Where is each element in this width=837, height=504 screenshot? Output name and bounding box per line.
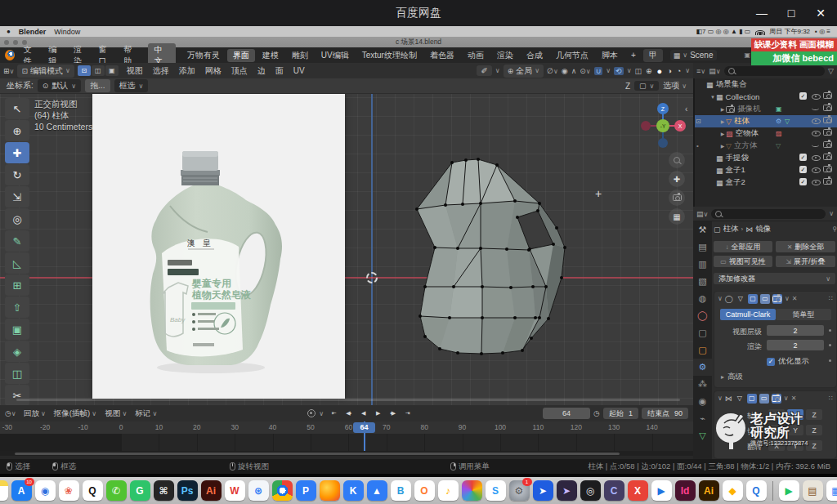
workspace-tab[interactable]: Textur纹理绘制 xyxy=(356,49,423,62)
dock-icon-blue-p-app[interactable]: P xyxy=(296,480,316,501)
viewport-menu[interactable]: UV xyxy=(289,66,310,75)
frame-start-field[interactable]: 起始1 xyxy=(603,408,638,419)
outliner-scene-icon[interactable]: ▤∨ xyxy=(709,67,720,75)
drag-grip-icon[interactable]: ∷ xyxy=(829,295,833,302)
workspace-tab[interactable]: UV编辑 xyxy=(316,49,355,62)
menubar-right-icons[interactable]: ▪ ◎ ≡ xyxy=(815,28,830,35)
dock-icon-archive-tool[interactable]: ▤ xyxy=(803,480,823,501)
catmull-clark-button[interactable]: Catmull-Clark xyxy=(720,309,776,320)
scene-copy-icon[interactable]: ▣ xyxy=(745,51,751,59)
outliner-filter-icon[interactable]: ▽ xyxy=(828,67,834,75)
camera-visibility-icon[interactable] xyxy=(823,154,832,160)
checkbox-icon[interactable]: ✓ xyxy=(799,178,807,185)
eye-visible-icon[interactable] xyxy=(812,178,821,186)
edit-mode-toggle[interactable]: ▢ xyxy=(748,294,758,304)
outliner-display-mode-icon[interactable]: ≡∨ xyxy=(696,67,705,75)
realtime-toggle[interactable]: ▭ xyxy=(759,394,769,404)
snap-magnet-icon[interactable]: ∪ xyxy=(594,67,603,75)
view-layer-properties-tab[interactable]: ▧ xyxy=(693,273,712,290)
workspace-tab[interactable]: 脚本 xyxy=(596,49,624,62)
constraints-properties-tab[interactable]: ⌁ xyxy=(693,410,712,427)
render-toggle[interactable] xyxy=(772,394,781,404)
render-toggle[interactable] xyxy=(772,294,782,304)
expander-icon[interactable]: ▶ xyxy=(719,118,726,124)
grid-ortho-icon[interactable]: ▦ xyxy=(669,208,685,225)
object-properties-tab[interactable]: ▢ xyxy=(693,341,712,359)
dock-icon-purple-cursor-app[interactable]: ➤ xyxy=(557,480,577,501)
dock-icon-cinema4d[interactable]: C xyxy=(604,480,624,501)
timeline-track-area[interactable] xyxy=(0,434,693,451)
modifier-close-icon[interactable]: ✕ xyxy=(792,295,798,302)
editor-type-icon[interactable]: ⊞∨ xyxy=(3,67,14,75)
timeline-menu[interactable]: 视图 ∨ xyxy=(101,408,131,419)
timeline-menu[interactable]: 标记 ∨ xyxy=(131,408,161,419)
dock-icon-indesign[interactable]: Id xyxy=(675,480,696,501)
overlays-icon[interactable]: ◫ xyxy=(635,67,642,75)
levels-viewport-field[interactable]: 2 xyxy=(767,325,824,336)
delete-all-button[interactable]: ✕删除全部 xyxy=(776,241,835,252)
jump-end-button[interactable]: ⇥ xyxy=(401,408,414,419)
viewport-menu[interactable]: 添加 xyxy=(174,65,200,77)
dock-icon-photoshop[interactable]: Ps xyxy=(177,480,198,501)
expander-icon[interactable]: ▶ xyxy=(719,143,726,149)
outliner-row[interactable]: ⊡▶▽柱体⚙▽ xyxy=(695,115,837,127)
frame-end-field[interactable]: 结束点90 xyxy=(642,408,688,419)
modifier-close-icon[interactable]: ✕ xyxy=(791,395,797,402)
workspace-tab[interactable]: 合成 xyxy=(521,49,548,62)
dock-icon-reader-app[interactable]: ▦ xyxy=(826,480,837,501)
eye-visible-icon[interactable] xyxy=(812,154,821,162)
shading-wireframe-icon[interactable]: ⊕ xyxy=(646,67,652,75)
shading-material-icon[interactable]: ◑ xyxy=(667,67,671,75)
camera-visibility-icon[interactable] xyxy=(823,166,832,172)
outliner-row[interactable]: ▼▦Collection✓ xyxy=(695,91,837,103)
dock-icon-wechat[interactable]: ✆ xyxy=(106,480,127,501)
face-select-icon[interactable]: ▣ xyxy=(105,65,119,76)
expand-collapse-button[interactable]: ⇲展开/折叠 xyxy=(776,256,835,267)
dock-icon-xmind[interactable]: X xyxy=(628,480,648,501)
menubar-status-icon[interactable]: ▲ xyxy=(731,28,739,35)
viewport-menu[interactable]: 网格 xyxy=(200,65,226,77)
viewport-menu[interactable]: 面 xyxy=(271,65,289,77)
workspace-tab[interactable]: 着色器 xyxy=(424,49,460,62)
particles-properties-tab[interactable]: ⁂ xyxy=(693,376,712,393)
playhead-frame-badge[interactable]: 64 xyxy=(353,422,375,433)
timeline-menu[interactable]: 回放 ∨ xyxy=(20,408,50,419)
optimal-display-checkbox[interactable]: ✓优化显示 xyxy=(767,356,809,367)
apply-all-button[interactable]: ↓全部应用 xyxy=(714,241,772,252)
eye-hidden-icon[interactable] xyxy=(812,141,821,149)
breadcrumb-modifier[interactable]: 镜像 xyxy=(755,224,771,234)
eyedropper-icon[interactable]: ✐ xyxy=(477,65,491,76)
close-button[interactable]: ✕ xyxy=(804,0,837,26)
maximize-button[interactable]: □ xyxy=(775,0,808,26)
eye-visible-icon[interactable] xyxy=(812,166,821,174)
dock-icon-illustrator[interactable]: Ai xyxy=(699,480,719,501)
eye-hidden-icon[interactable] xyxy=(812,105,821,112)
dock-icon-aperture-app[interactable]: ◎ xyxy=(580,480,601,501)
panel-expand-icon[interactable]: ∨ xyxy=(718,395,723,402)
dock-icon-quicktime[interactable]: Q xyxy=(746,480,767,501)
camera-visibility-icon[interactable] xyxy=(823,117,832,123)
outliner-row[interactable]: ▦盒子1✓ xyxy=(695,164,837,176)
dock-icon-notes[interactable] xyxy=(0,480,8,501)
dock-icon-photos[interactable]: ❀ xyxy=(59,480,79,501)
blender-logo-icon[interactable] xyxy=(5,50,15,60)
physics-properties-tab[interactable]: ◉ xyxy=(693,393,712,410)
outliner-row[interactable]: •▶▽立方体▽ xyxy=(695,140,837,152)
gizmo-toggle-icon[interactable]: ⟲ xyxy=(614,67,624,75)
timeline-ruler[interactable]: -30-20-100102030405060708090100110120130… xyxy=(0,421,693,435)
tool-properties-tab[interactable]: ⚒ xyxy=(693,221,712,239)
expander-icon[interactable]: ▼ xyxy=(709,95,716,100)
viewport-menu[interactable]: 边 xyxy=(253,65,271,77)
dock-icon-wps[interactable]: W xyxy=(225,480,245,501)
navigation-gizmo[interactable]: Z X -Y xyxy=(637,100,689,152)
pivot-point-icon[interactable]: ⊙∨ xyxy=(580,67,590,75)
orientation-dropdown[interactable]: ⊕全局∨ xyxy=(504,65,544,78)
modifiers-properties-tab[interactable]: ⚙ xyxy=(693,359,712,376)
output-properties-tab[interactable]: ▥ xyxy=(693,256,712,273)
dock-icon-player-tri-app[interactable]: ▶ xyxy=(651,480,672,501)
workspace-tab[interactable]: 渲染 xyxy=(491,49,519,62)
properties-search-input[interactable] xyxy=(711,209,826,219)
dock-icon-safari[interactable]: ⊛ xyxy=(248,480,269,501)
edit-mesh-bottle[interactable] xyxy=(0,78,693,405)
shading-solid-icon[interactable]: ● xyxy=(657,66,663,76)
